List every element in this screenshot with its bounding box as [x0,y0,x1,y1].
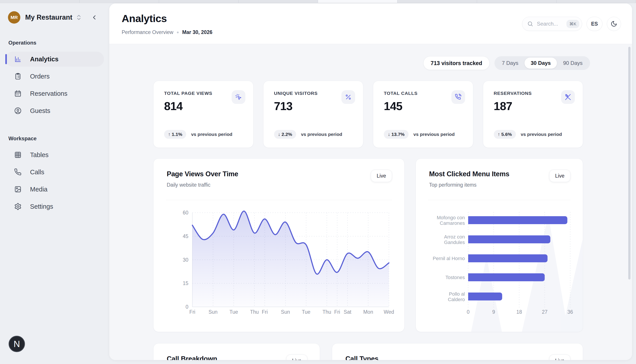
sidebar-item-analytics[interactable]: Analytics [5,52,104,66]
stat-label: UNIQUE VISITORS [274,91,353,96]
live-badge[interactable]: Live [549,354,570,360]
workspace-header[interactable]: MR My Restaurant [8,9,104,26]
stat-card: UNIQUE VISITORS713↓2.2%vs previous perio… [263,81,364,148]
sidebar-item-tables[interactable]: Tables [5,147,104,162]
sidebar-item-calls[interactable]: Calls [5,164,104,180]
browser-tab[interactable] [0,0,80,3]
svg-text:Tue: Tue [302,309,310,315]
dev-overlay-button[interactable]: N [9,336,25,352]
visitors-tracked-badge: 713 visitors tracked [423,56,489,70]
stat-value: 145 [384,100,462,113]
phone-icon [14,168,22,176]
sidebar-item-settings[interactable]: Settings [5,199,104,214]
svg-text:Fri: Fri [262,309,268,315]
breadcrumb-date: Mar 30, 2026 [182,29,212,35]
browser-tab[interactable] [477,0,556,3]
sidebar-item-guests[interactable]: Guests [5,103,104,118]
search-placeholder: Search... [537,21,566,27]
stat-change-note: vs previous period [413,132,455,137]
range-option-7-days[interactable]: 7 Days [496,58,525,68]
browser-tab[interactable] [238,0,318,3]
percent-icon [342,90,355,104]
browser-tab[interactable] [80,0,159,3]
svg-text:Mofongo con: Mofongo con [437,215,465,220]
breadcrumb-section: Performance Overview [122,29,173,35]
sidebar-item-label: Orders [30,73,50,80]
image-icon [14,186,22,193]
gear-icon [14,203,22,210]
live-badge[interactable]: Live [286,354,307,360]
arrow-up-icon: ↑ [168,132,170,137]
range-option-90-days[interactable]: 90 Days [557,58,589,68]
svg-text:0: 0 [467,309,470,315]
search-shortcut-badge: ⌘K [566,20,579,28]
bottom-card-call-types: Call TypesLive [332,343,583,360]
svg-text:0: 0 [185,304,188,310]
bar-chart-icon [14,55,22,63]
svg-text:30: 30 [183,257,188,263]
svg-text:Fri: Fri [189,309,195,315]
stat-value: 814 [164,100,243,113]
user-circle-icon [14,107,22,114]
calendar-icon [14,90,22,97]
sidebar-section-label: Workspace [9,136,104,142]
stat-change-note: vs previous period [521,132,562,137]
browser-tab[interactable] [556,0,636,3]
sidebar-item-reservations[interactable]: Reservations [5,86,104,101]
phone-call-icon [451,90,465,104]
svg-text:Fri: Fri [334,309,340,315]
browser-tab[interactable] [318,0,398,3]
arrow-down-icon: ↓ [278,132,280,137]
arrow-up-icon: ↑ [498,132,500,137]
sidebar-item-label: Media [30,186,48,193]
search-icon [527,21,533,27]
moon-icon [610,20,617,27]
sidebar-item-label: Reservations [30,90,67,97]
browser-tab[interactable] [159,0,238,3]
sidebar-item-label: Calls [30,168,44,176]
svg-text:Camarones: Camarones [440,220,465,226]
chevrons-up-down-icon[interactable] [76,14,82,21]
browser-tab-strip[interactable] [0,0,636,3]
sidebar-collapse-button[interactable] [91,14,98,21]
live-badge[interactable]: Live [549,170,570,182]
theme-toggle-button[interactable] [607,17,621,31]
search-input[interactable]: Search... ⌘K [522,17,582,31]
chart-subtitle: Daily website traffic [167,182,404,188]
sidebar: MR My Restaurant OperationsAnalyticsOrde… [0,3,109,364]
svg-text:Tostones: Tostones [445,275,465,280]
svg-text:45: 45 [183,234,188,239]
svg-text:Pollo al: Pollo al [449,291,465,297]
stat-card: TOTAL PAGE VIEWS814↑1.1%vs previous peri… [153,81,253,148]
stat-value: 187 [494,100,572,113]
range-option-30-days[interactable]: 30 Days [524,58,557,68]
stat-change-note: vs previous period [301,132,342,137]
svg-text:Sun: Sun [281,309,290,315]
sidebar-item-orders[interactable]: Orders [5,69,104,84]
svg-text:Caldero: Caldero [448,297,465,302]
stat-label: RESERVATIONS [494,91,572,96]
chart-title: Page Views Over Time [167,170,404,178]
language-button[interactable]: ES [586,17,602,31]
menu-items-chart-card: Most Clicked Menu Items Top performing i… [416,158,583,332]
stat-label: TOTAL PAGE VIEWS [164,91,243,96]
stat-change-badge: ↑5.6% [494,130,516,139]
sidebar-item-media[interactable]: Media [5,182,104,197]
cursor-click-icon [232,90,245,104]
clipboard-icon [14,72,22,80]
page-views-line-chart: 015304560FriSunTueThuFriSunTueThuFriSatM… [153,200,405,332]
workspace-avatar[interactable]: MR [8,11,20,24]
sidebar-item-label: Guests [30,107,50,114]
svg-text:27: 27 [542,309,548,315]
bottom-card-call-breakdown: Call BreakdownLive [153,343,320,360]
stat-value: 713 [274,100,353,113]
menu-items-bar-chart: Mofongo conCamaronesArroz conGandulesPer… [416,200,583,332]
svg-text:Wed: Wed [384,309,394,315]
stat-card: TOTAL CALLS145↓13.7%vs previous period [373,81,473,148]
svg-text:Gandules: Gandules [444,240,465,245]
browser-tab[interactable] [398,0,477,3]
main-panel: Analytics Performance Overview Mar 30, 2… [109,4,632,360]
stat-label: TOTAL CALLS [384,91,462,96]
live-badge[interactable]: Live [371,170,392,182]
scrollbar-thumb[interactable] [628,47,630,280]
